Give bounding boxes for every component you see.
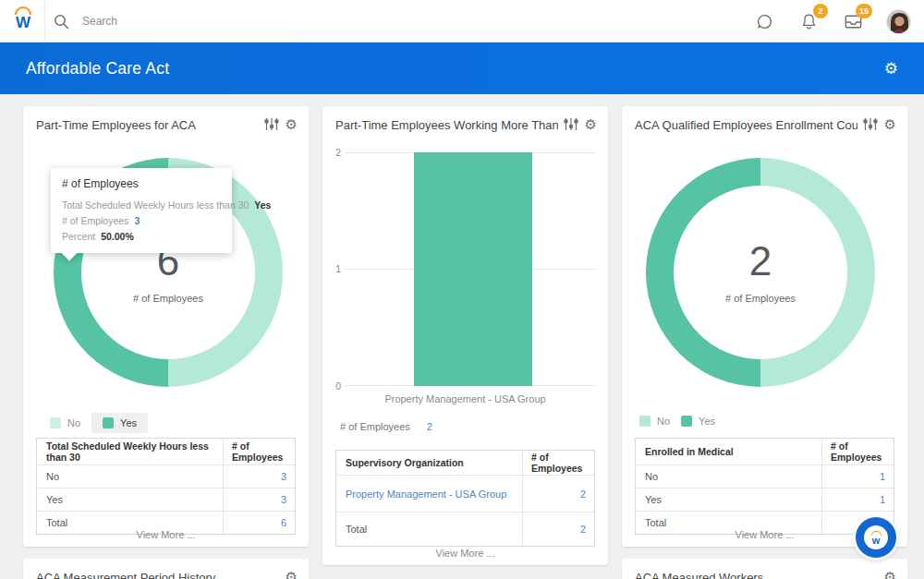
card-header: Part-Time Employees for ACA ⚙ xyxy=(36,117,298,134)
table-row-total: Total 2 xyxy=(336,512,594,546)
card-actions: ⚙ xyxy=(863,117,896,131)
card-gear-icon[interactable]: ⚙ xyxy=(884,570,896,579)
chat-button[interactable] xyxy=(753,10,775,32)
chart-tooltip: # of Employees Total Scheduled Weekly Ho… xyxy=(51,168,232,253)
card-title: ACA Qualified Employees Enrollment Count xyxy=(635,117,857,134)
card-title: ACA Measured Workers xyxy=(635,570,879,579)
card-header: Part-Time Employees Working More Than F…… xyxy=(335,117,597,134)
legend-item-no[interactable]: No xyxy=(50,417,80,428)
inbox-badge: 15 xyxy=(856,4,872,18)
card-actions: ⚙ xyxy=(564,117,597,131)
topbar-divider xyxy=(44,0,45,42)
card-gear-icon[interactable]: ⚙ xyxy=(286,117,298,131)
table-row: No 3 xyxy=(37,464,295,488)
card-gear-icon[interactable]: ⚙ xyxy=(286,570,298,579)
card-header: ACA Measured Workers ⚙ xyxy=(635,570,896,579)
workday-assistant-button[interactable]: w xyxy=(856,517,896,558)
page-banner: Affordable Care Act ⚙ xyxy=(0,42,924,94)
donut-total-label: # of Employees xyxy=(725,293,796,304)
card-title: ACA Measurement Period History xyxy=(36,570,280,579)
view-more-link[interactable]: View More ... xyxy=(322,548,608,559)
workday-logo[interactable]: W xyxy=(11,6,35,36)
notifications-badge: 2 xyxy=(813,4,828,18)
x-axis-label: Property Management - USA Group xyxy=(322,393,608,404)
search-input[interactable] xyxy=(82,15,359,28)
inbox-button[interactable]: 15 xyxy=(842,10,864,32)
card-header: ACA Measurement Period History ⚙ xyxy=(36,570,298,579)
table-row: No 1 xyxy=(636,464,894,488)
tooltip-row: # of Employees3 xyxy=(62,213,221,229)
chat-icon xyxy=(755,12,774,31)
card-gear-icon[interactable]: ⚙ xyxy=(884,117,896,131)
legend-item-yes[interactable]: Yes xyxy=(91,413,148,433)
table-row: Yes 3 xyxy=(37,488,295,511)
workday-assistant-logo: w xyxy=(864,525,888,549)
legend-swatch-yes xyxy=(681,416,692,427)
table-row: Property Management - USA Group 2 xyxy=(336,475,594,512)
filter-sliders-icon[interactable] xyxy=(564,117,578,131)
y-tick: 1 xyxy=(326,263,341,274)
card-title: Part-Time Employees Working More Than F… xyxy=(335,117,558,134)
filter-sliders-icon[interactable] xyxy=(863,117,878,131)
legend-item-yes[interactable]: Yes xyxy=(681,416,715,427)
chart-hover-readout: # of Employees2 xyxy=(340,421,432,432)
card-title: Part-Time Employees for ACA xyxy=(36,117,259,134)
card-header: ACA Qualified Employees Enrollment Count… xyxy=(635,117,896,134)
top-bar: W 2 xyxy=(0,0,924,42)
legend-swatch-yes xyxy=(103,417,114,428)
donut-chart-enrollment[interactable]: 2 # of Employees xyxy=(646,158,875,387)
tooltip-row: Total Scheduled Weekly Hours less than 3… xyxy=(62,198,221,213)
donut-total: 2 xyxy=(749,241,772,282)
donut-center: 2 # of Employees xyxy=(646,158,875,387)
notifications-button[interactable]: 2 xyxy=(797,10,820,32)
hover-value[interactable]: 2 xyxy=(427,421,432,432)
donut-total-label: # of Employees xyxy=(133,293,203,304)
table-row: Yes 1 xyxy=(636,488,894,511)
card-part-time-employees-aca: Part-Time Employees for ACA ⚙ 6 # of Emp… xyxy=(23,106,309,547)
summary-table: Total Scheduled Weekly Hours less than 3… xyxy=(36,438,296,535)
chart-legend: No Yes xyxy=(50,413,148,433)
page-title: Affordable Care Act xyxy=(26,59,169,78)
table-header-row: Enrolled in Medical # of Employees xyxy=(636,439,894,464)
hover-label: # of Employees xyxy=(340,421,410,432)
table-header-row: Supervisory Organization # of Employees xyxy=(336,451,594,475)
card-aca-measured-workers: ACA Measured Workers ⚙ xyxy=(622,559,907,579)
legend-swatch-no xyxy=(50,417,61,428)
legend-swatch-no xyxy=(639,416,650,427)
bar-chart xyxy=(345,152,596,386)
profile-avatar[interactable] xyxy=(886,9,911,34)
bar-property-management[interactable] xyxy=(414,152,532,386)
summary-table: Supervisory Organization # of Employees … xyxy=(335,450,595,547)
chart-legend: No Yes xyxy=(639,416,715,427)
workday-logo-letter: w xyxy=(872,536,881,545)
global-search[interactable] xyxy=(54,0,359,42)
legend-item-no[interactable]: No xyxy=(639,416,670,427)
summary-table: Enrolled in Medical # of Employees No 1 … xyxy=(635,438,894,535)
y-tick: 0 xyxy=(326,380,341,392)
y-tick: 2 xyxy=(326,147,341,158)
workday-logo-letter: W xyxy=(11,15,35,31)
filter-sliders-icon[interactable] xyxy=(264,117,279,131)
table-header-row: Total Scheduled Weekly Hours less than 3… xyxy=(37,439,295,464)
card-enrollment-count: ACA Qualified Employees Enrollment Count… xyxy=(622,106,907,547)
dashboard-settings-gear-icon[interactable]: ⚙ xyxy=(884,61,898,77)
tooltip-row: Percent50.00% xyxy=(62,229,221,245)
avatar-image xyxy=(887,10,911,34)
card-part-time-working-more: Part-Time Employees Working More Than F…… xyxy=(322,106,608,565)
tooltip-title: # of Employees xyxy=(62,177,221,190)
workday-dashboard: W 2 xyxy=(0,0,924,579)
topbar-actions: 2 15 xyxy=(753,0,911,42)
view-more-link[interactable]: View More ... xyxy=(23,529,309,540)
card-aca-measurement-period-history: ACA Measurement Period History ⚙ xyxy=(23,559,309,579)
search-icon xyxy=(54,14,69,30)
card-gear-icon[interactable]: ⚙ xyxy=(585,117,597,131)
card-actions: ⚙ xyxy=(264,117,298,131)
